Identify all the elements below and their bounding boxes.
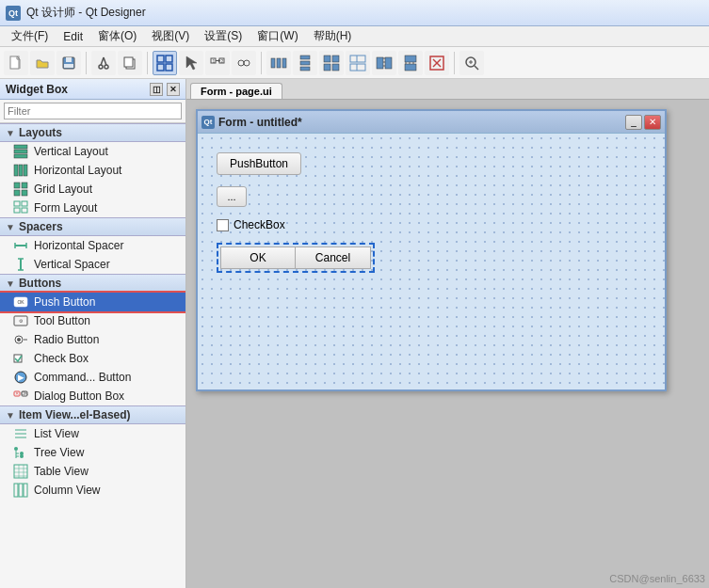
menu-file[interactable]: 文件(F)	[4, 26, 56, 46]
toolbar-break-layout[interactable]	[425, 51, 449, 75]
widget-column-view[interactable]: Column View	[0, 481, 185, 500]
widget-dialog-button-box[interactable]: ✕OK Dialog Button Box	[0, 387, 185, 405]
dialog-buttons-wrapper: OK Cancel	[217, 243, 646, 273]
list-view-label: List View	[34, 427, 79, 440]
category-itemviews[interactable]: ▼ Item View...el-Based)	[0, 405, 185, 424]
form-checkbox-box[interactable]	[217, 219, 229, 231]
toolbar-zoom[interactable]	[459, 51, 484, 75]
svg-rect-45	[405, 64, 416, 71]
tool-button-icon: ⚙	[13, 313, 28, 328]
qt-close-button[interactable]: ✕	[644, 115, 661, 130]
toolbar-split-v[interactable]	[398, 51, 423, 75]
svg-rect-67	[22, 208, 27, 213]
horizontal-spacer-label: Horizontal Spacer	[34, 239, 123, 252]
toolbar-flayout[interactable]	[346, 51, 370, 75]
filter-box	[0, 100, 185, 123]
dialog-cancel-button[interactable]: Cancel	[296, 246, 371, 269]
toolbar-vlayout[interactable]	[293, 51, 317, 75]
widget-check-box[interactable]: Check Box	[0, 349, 185, 368]
widget-tree-view[interactable]: Tree View	[0, 443, 185, 462]
horizontal-layout-label: Horizontal Layout	[34, 164, 121, 177]
column-view-icon	[13, 483, 28, 498]
widget-command-button[interactable]: ▶ Command... Button	[0, 368, 185, 387]
category-spacers-label: Spacers	[19, 220, 63, 233]
category-spacers[interactable]: ▼ Spacers	[0, 217, 185, 236]
content-area: Form - page.ui Qt Form - untitled* _ ✕ P…	[186, 79, 709, 588]
spacers-arrow: ▼	[6, 222, 15, 232]
menu-edit[interactable]: Edit	[56, 28, 90, 45]
widget-push-button[interactable]: OK Push Button	[0, 293, 185, 311]
svg-rect-0	[10, 56, 19, 69]
menu-view[interactable]: 视图(V)	[144, 26, 197, 46]
toolbar-copy[interactable]	[118, 51, 142, 75]
qt-form-icon: Qt	[201, 116, 215, 129]
svg-text:⚙: ⚙	[19, 318, 24, 324]
svg-rect-55	[14, 150, 27, 153]
svg-rect-58	[19, 165, 23, 176]
menu-window[interactable]: 窗口(W)	[250, 26, 305, 46]
svg-rect-63	[22, 190, 27, 196]
category-layouts[interactable]: ▼ Layouts	[0, 123, 185, 142]
toolbar-save[interactable]	[56, 51, 81, 75]
widget-table-view[interactable]: Table View	[0, 462, 185, 481]
tree-view-icon	[13, 445, 28, 460]
toolbar-hlayout[interactable]	[266, 51, 291, 75]
toolbar-glayout[interactable]	[319, 51, 344, 75]
svg-rect-66	[14, 208, 20, 213]
toolbar-cut[interactable]	[91, 51, 116, 75]
category-buttons[interactable]: ▼ Buttons	[0, 274, 185, 293]
column-view-label: Column View	[34, 484, 100, 497]
dialog-ok-button[interactable]: OK	[220, 246, 296, 269]
form-ellipsis-button[interactable]: ...	[217, 186, 247, 207]
widget-vertical-spacer[interactable]: Vertical Spacer	[0, 255, 185, 274]
svg-rect-61	[22, 183, 27, 188]
widget-box-float[interactable]: ◫	[150, 83, 163, 96]
filter-input[interactable]	[4, 103, 182, 119]
toolbar-open[interactable]	[30, 51, 55, 75]
widget-form-layout[interactable]: Form Layout	[0, 199, 185, 217]
svg-rect-105	[24, 484, 27, 497]
widget-tool-button[interactable]: ⚙ Tool Button	[0, 311, 185, 330]
form-pushbutton[interactable]: PushButton	[217, 152, 301, 175]
vertical-spacer-icon	[13, 257, 28, 272]
widget-list-view[interactable]: List View	[0, 424, 185, 443]
svg-rect-29	[282, 58, 286, 68]
svg-point-96	[20, 454, 24, 458]
toolbar-edit-widgets[interactable]	[153, 51, 177, 75]
widget-horizontal-layout[interactable]: Horizontal Layout	[0, 161, 185, 180]
toolbar-pointer[interactable]	[179, 51, 203, 75]
toolbar-sep-3	[261, 52, 262, 74]
radio-button-icon	[13, 332, 28, 347]
toolbar-buddy[interactable]	[232, 51, 256, 75]
toolbar-new[interactable]	[4, 51, 28, 75]
svg-rect-14	[157, 64, 164, 71]
svg-rect-15	[166, 64, 172, 71]
form-tab[interactable]: Form - page.ui	[190, 83, 282, 99]
widget-grid-layout[interactable]: Grid Layout	[0, 180, 185, 199]
svg-text:2: 2	[221, 57, 224, 63]
svg-rect-62	[14, 190, 20, 196]
toolbar-tab-order[interactable]: 12	[205, 51, 230, 75]
svg-text:OK: OK	[17, 299, 24, 305]
widget-vertical-layout[interactable]: Vertical Layout	[0, 142, 185, 161]
menu-form[interactable]: 窗体(O)	[90, 26, 144, 46]
svg-rect-12	[157, 56, 164, 62]
form-tab-bar: Form - page.ui	[186, 79, 709, 100]
widget-horizontal-spacer[interactable]: Horizontal Spacer	[0, 236, 185, 255]
svg-rect-11	[124, 57, 133, 67]
svg-text:✕: ✕	[15, 390, 19, 396]
widget-radio-button[interactable]: Radio Button	[0, 330, 185, 349]
menu-settings[interactable]: 设置(S)	[197, 26, 250, 46]
svg-point-24	[238, 60, 244, 66]
title-bar: Qt Qt 设计师 - Qt Designer	[0, 0, 709, 26]
menu-help[interactable]: 帮助(H)	[306, 26, 360, 46]
toolbar-sep-1	[86, 52, 87, 74]
svg-point-25	[244, 60, 250, 66]
grid-layout-icon	[13, 182, 28, 197]
toolbar-split-h[interactable]	[372, 51, 396, 75]
toolbar: 12	[0, 47, 709, 79]
svg-rect-44	[405, 56, 416, 62]
widget-box-close[interactable]: ✕	[167, 83, 180, 96]
menu-bar: 文件(F) Edit 窗体(O) 视图(V) 设置(S) 窗口(W) 帮助(H)	[0, 26, 709, 47]
qt-minimize-button[interactable]: _	[625, 115, 642, 130]
